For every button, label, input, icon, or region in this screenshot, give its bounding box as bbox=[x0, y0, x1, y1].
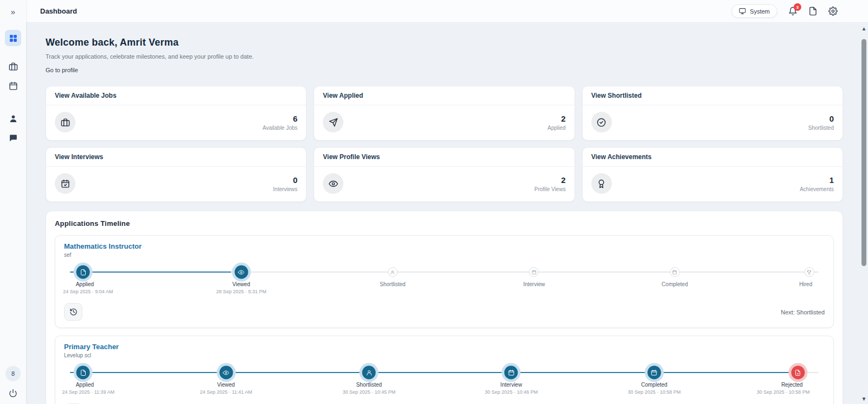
stat-card-title: View Available Jobs bbox=[46, 86, 306, 105]
calendar-icon[interactable] bbox=[529, 267, 539, 277]
power-icon bbox=[9, 389, 17, 397]
chat-icon bbox=[9, 134, 18, 143]
scrollbar-thumb[interactable] bbox=[861, 39, 866, 266]
scroll-up-arrow[interactable]: ▲ bbox=[861, 24, 867, 34]
notifications-button[interactable]: 3 bbox=[788, 7, 797, 16]
calendar-check-icon bbox=[55, 173, 75, 194]
step-date: 30 Sep 2025 · 10:46 PM bbox=[485, 389, 538, 395]
notification-badge: 3 bbox=[794, 3, 801, 11]
stat-card-available-jobs[interactable]: View Available Jobs 6 Available Jobs bbox=[46, 86, 307, 141]
sidebar-expand-button[interactable]: » bbox=[8, 5, 18, 18]
stat-card-title: View Interviews bbox=[46, 148, 306, 167]
step-label: Completed bbox=[641, 382, 667, 388]
step-label: Applied bbox=[76, 382, 94, 388]
stat-label: Profile Views bbox=[534, 186, 566, 192]
stat-value: 1 bbox=[800, 175, 834, 185]
stat-label: Available Jobs bbox=[263, 125, 297, 131]
go-to-profile-link[interactable]: Go to profile bbox=[46, 67, 78, 73]
sidebar-item-jobs[interactable] bbox=[5, 58, 21, 74]
person-icon[interactable] bbox=[388, 267, 398, 277]
gear-icon bbox=[828, 7, 838, 16]
sidebar-item-calendar[interactable] bbox=[5, 78, 21, 94]
calendar-icon[interactable] bbox=[505, 366, 518, 380]
stat-card-applied[interactable]: View Applied 2 Applied bbox=[314, 86, 575, 141]
timeline-progress bbox=[70, 272, 231, 273]
welcome-heading: Welcome back, Amrit Verma bbox=[46, 37, 843, 48]
calendar-icon[interactable] bbox=[670, 267, 680, 277]
welcome-subheading: Track your applications, celebrate miles… bbox=[46, 53, 843, 60]
step-date: 24 Sep 2025 · 11:39 AM bbox=[62, 389, 114, 395]
calendar-icon bbox=[9, 81, 18, 91]
stat-card-shortlisted[interactable]: View Shortlisted 0 Shortlisted bbox=[582, 86, 843, 141]
eye-icon[interactable] bbox=[234, 266, 248, 279]
step-date: 28 Sep 2025 · 5:31 PM bbox=[216, 289, 266, 294]
sidebar-item-profile[interactable] bbox=[5, 110, 21, 127]
stat-card-achievements[interactable]: View Achievements 1 Achievements bbox=[582, 147, 843, 202]
scroll-down-arrow[interactable]: ▼ bbox=[861, 394, 867, 404]
calendar-icon[interactable] bbox=[647, 366, 661, 380]
sidebar: » bbox=[0, 0, 26, 404]
theme-toggle-label: System bbox=[750, 8, 770, 15]
job-title-link[interactable]: Primary Teacher bbox=[64, 343, 825, 351]
job-title-link[interactable]: Mathematics Instructor bbox=[64, 242, 825, 250]
step-date: 30 Sep 2025 · 10:58 PM bbox=[757, 389, 810, 395]
page-title: Dashboard bbox=[40, 7, 77, 15]
step-date: 24 Sep 2025 · 11:41 AM bbox=[200, 389, 252, 395]
sidebar-item-messages[interactable] bbox=[5, 130, 21, 146]
dashboard-content: Welcome back, Amrit Verma Track your app… bbox=[26, 23, 868, 404]
stat-label: Achievements bbox=[800, 186, 834, 192]
eye-icon bbox=[323, 173, 343, 194]
next-step-note: Next: Shortlisted bbox=[781, 309, 825, 315]
stat-value: 2 bbox=[547, 114, 565, 123]
eye-icon[interactable] bbox=[219, 366, 233, 380]
stat-card-title: View Achievements bbox=[583, 148, 843, 167]
applications-timeline-section: Applications Timeline Mathematics Instru… bbox=[46, 211, 843, 404]
step-label: Shortlisted bbox=[380, 281, 405, 287]
stat-card-interviews[interactable]: View Interviews 0 Interviews bbox=[46, 147, 307, 202]
theme-toggle-button[interactable]: System bbox=[731, 4, 777, 18]
person-icon[interactable] bbox=[362, 366, 376, 380]
app-window: » bbox=[0, 0, 868, 404]
send-icon bbox=[323, 112, 343, 132]
step-label: Viewed bbox=[217, 382, 235, 388]
check-circle-icon bbox=[591, 112, 612, 132]
stat-card-profile-views[interactable]: View Profile Views 2 Profile Views bbox=[314, 147, 575, 202]
job-company: sef bbox=[64, 252, 825, 258]
step-label: Rejected bbox=[781, 382, 802, 388]
avatar[interactable]: 8 bbox=[5, 366, 21, 381]
file-x-icon[interactable] bbox=[791, 366, 805, 380]
file-icon[interactable] bbox=[76, 266, 90, 279]
briefcase-icon bbox=[55, 112, 75, 132]
award-icon bbox=[591, 173, 612, 194]
step-label: Hired bbox=[799, 281, 812, 287]
timeline-track: Applied 24 Sep 2025 · 11:39 AM Viewed 24… bbox=[64, 362, 825, 398]
step-label: Completed bbox=[662, 281, 688, 287]
timeline-progress bbox=[70, 372, 800, 373]
sidebar-item-dashboard[interactable] bbox=[5, 30, 21, 46]
file-icon[interactable] bbox=[76, 366, 90, 380]
section-title: Applications Timeline bbox=[55, 219, 834, 228]
topbar: Dashboard System 3 bbox=[26, 0, 868, 23]
stat-value: 2 bbox=[534, 175, 566, 185]
logout-button[interactable] bbox=[9, 389, 17, 397]
settings-button[interactable] bbox=[828, 7, 838, 16]
main-area: Dashboard System 3 bbox=[26, 0, 868, 404]
application-card-primary-teacher: Primary Teacher Levelup scl Applied 24 S… bbox=[55, 336, 834, 404]
scrollbar-track[interactable] bbox=[860, 34, 868, 394]
stat-label: Applied bbox=[547, 125, 565, 131]
trophy-icon[interactable] bbox=[805, 267, 814, 277]
stat-card-title: View Profile Views bbox=[314, 148, 574, 167]
monitor-icon bbox=[739, 8, 746, 15]
vertical-scrollbar: ▲ ▼ bbox=[860, 24, 868, 404]
step-date: 30 Sep 2025 · 10:45 PM bbox=[342, 389, 395, 395]
timeline-track: Applied 24 Sep 2025 · 9:04 AM Viewed 28 … bbox=[64, 262, 825, 298]
stat-value: 0 bbox=[273, 175, 297, 185]
documents-button[interactable] bbox=[808, 7, 818, 16]
stats-grid: View Available Jobs 6 Available Jobs Vie… bbox=[46, 86, 843, 202]
stat-card-title: View Shortlisted bbox=[583, 86, 843, 105]
job-company: Levelup scl bbox=[64, 352, 825, 358]
history-button[interactable] bbox=[64, 303, 82, 321]
stat-card-title: View Applied bbox=[314, 86, 574, 105]
stat-value: 6 bbox=[263, 114, 297, 123]
stat-value: 0 bbox=[808, 114, 834, 123]
